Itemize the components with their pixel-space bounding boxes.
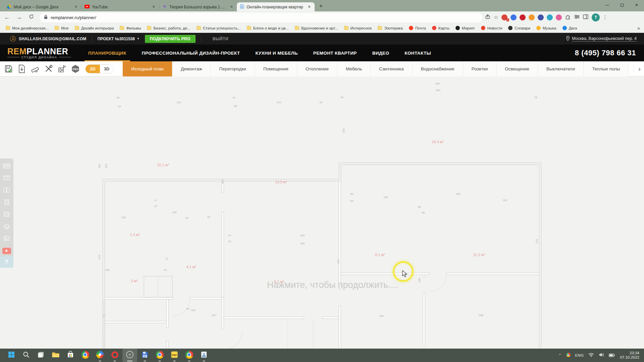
bookmark-item[interactable]: Почта <box>407 25 428 31</box>
area-ruler-button[interactable]: м² <box>30 64 40 74</box>
help-button[interactable]: ? <box>0 256 13 268</box>
stage-tab[interactable]: Сантехника <box>370 61 412 76</box>
language-indicator[interactable]: ENG <box>573 349 586 362</box>
tools-button[interactable] <box>44 64 54 74</box>
taskbar-start-icon[interactable] <box>4 349 19 362</box>
connect-pro-button[interactable]: ПОДКЛЮЧИТЬ PRO <box>145 35 196 43</box>
address-bar[interactable]: remplanner.ru/planner/ <box>40 13 482 22</box>
sidebar-tool-photo-view[interactable] <box>0 233 13 245</box>
browser-tab[interactable]: Теория Большого взрыва 1 сез✕ <box>159 2 237 11</box>
share-icon[interactable] <box>485 14 490 21</box>
extensions-puzzle-icon[interactable] <box>565 14 571 21</box>
stage-tab[interactable]: Помещения <box>255 61 297 76</box>
volume-icon[interactable] <box>596 349 606 362</box>
browser-tab[interactable]: Онлайн-планировщик квартир✕ <box>237 2 315 11</box>
remplanner-logo[interactable]: REMPLANNER СТУДИЯ ДИЗАЙНА <box>7 47 71 59</box>
stage-tab[interactable]: Теплые полы <box>583 61 629 76</box>
tab-close-icon[interactable]: ✕ <box>307 4 312 10</box>
sidebar-tool-equipment[interactable] <box>0 221 13 233</box>
bookmark-item[interactable]: Статьи успешность... <box>194 25 243 31</box>
bookmark-item[interactable]: Фильмы <box>117 25 143 31</box>
maximize-button[interactable] <box>614 0 629 10</box>
bookmark-star-icon[interactable]: ☆ <box>494 14 498 20</box>
office-address-link[interactable]: Москва, Варсонофьевский пер. 4 <box>572 36 637 42</box>
sidebar-tool-hatch-area[interactable] <box>0 209 13 221</box>
bookmark-item[interactable]: Интересное <box>342 25 374 31</box>
minimize-button[interactable]: — <box>600 0 614 10</box>
taskbar-store-icon[interactable] <box>63 349 78 362</box>
stage-tab[interactable]: Отопление <box>297 61 337 76</box>
nav-item[interactable]: РЕМОНТ КВАРТИР <box>306 45 365 61</box>
taskbar-search-icon[interactable] <box>19 349 34 362</box>
clock[interactable]: 23:34 07.10.2022 <box>617 351 644 360</box>
bookmark-item[interactable]: Маркет <box>453 25 477 31</box>
taskbar-snip-icon[interactable] <box>197 349 211 362</box>
back-button[interactable]: ← <box>2 12 12 22</box>
forward-button[interactable]: → <box>14 12 24 22</box>
taskbar-chrome-icon[interactable] <box>182 349 197 362</box>
sidebar-tool-doorway[interactable] <box>0 185 13 197</box>
bookmarks-overflow-icon[interactable]: » <box>633 25 644 31</box>
taskbar-pdf-icon[interactable]: PDF <box>167 349 182 362</box>
tab-close-icon[interactable]: ✕ <box>151 4 156 10</box>
logout-button[interactable]: ВЫЙТИ <box>213 37 228 41</box>
tab-close-icon[interactable]: ✕ <box>73 4 78 10</box>
browser-tab[interactable]: Мой диск – Google Диск✕ <box>3 2 81 11</box>
extension-pinterest[interactable] <box>520 14 526 20</box>
side-panel-icon[interactable] <box>583 14 588 20</box>
bookmark-item[interactable]: Мое <box>52 25 71 31</box>
extension-red-c[interactable]: 1 <box>501 14 507 20</box>
bookmark-item[interactable]: Дизайн интерьера <box>72 25 116 31</box>
stage-tab[interactable]: Демонтаж <box>172 61 210 76</box>
tray-app-icon[interactable] <box>564 349 573 362</box>
extension-indigo[interactable] <box>538 14 544 20</box>
battery-icon[interactable] <box>606 349 617 362</box>
video-tutorial-button[interactable] <box>0 245 13 256</box>
stage-tab[interactable]: Выключатели <box>538 61 583 76</box>
taskbar-recorder-icon[interactable] <box>122 349 137 362</box>
extension-blue[interactable] <box>511 14 517 20</box>
wifi-icon[interactable] <box>586 349 596 362</box>
extension-colorful[interactable] <box>556 14 562 20</box>
nav-item[interactable]: КУХНИ И МЕБЕЛЬ <box>248 45 305 61</box>
bookmark-item[interactable]: Блоги о моде и цв... <box>245 25 291 31</box>
profile-avatar[interactable]: Т <box>592 13 600 21</box>
bookmark-item[interactable]: Эзотерика <box>375 25 405 31</box>
bookmark-item[interactable]: Моя дизайнерская... <box>3 25 51 31</box>
wall-constructor-button[interactable] <box>57 64 67 74</box>
tray-chevron-icon[interactable]: ⌃ <box>556 349 564 362</box>
sidebar-tool-door[interactable] <box>0 197 13 209</box>
view-2d-button[interactable]: 2D <box>86 65 100 73</box>
phone-number[interactable]: 8 (495) 798 66 31 <box>575 49 636 57</box>
bookmark-item[interactable]: Словари <box>506 25 533 31</box>
nav-item[interactable]: ПРОФЕССИОНАЛЬНЫЙ ДИЗАЙН-ПРОЕКТ <box>134 45 248 61</box>
stage-tab[interactable]: Водоснабжение <box>412 61 463 76</box>
browser-menu-icon[interactable]: ⋮ <box>602 14 607 20</box>
tab-close-icon[interactable]: ✕ <box>229 4 234 10</box>
nav-item[interactable]: ВИДЕО <box>365 45 397 61</box>
taskbar-photos-icon[interactable] <box>93 349 107 362</box>
taskbar-chrome-icon[interactable] <box>152 349 167 362</box>
browser-tab[interactable]: YouTube✕ <box>81 2 159 11</box>
project-selector[interactable]: ПРОЕКТ №3011538▼ <box>97 37 139 41</box>
bookmark-item[interactable]: Карты <box>430 25 452 31</box>
close-button[interactable]: ✕ <box>629 0 644 10</box>
view-mode-toggle[interactable]: 2D 3D <box>85 64 114 73</box>
stage-tab[interactable]: Розетки <box>463 61 496 76</box>
tabs-scroll-next-icon[interactable]: › <box>633 64 641 73</box>
save-button[interactable] <box>3 64 13 74</box>
taskbar-floppyapp-icon[interactable] <box>138 349 152 362</box>
stage-tab[interactable]: Исходный план <box>122 61 172 76</box>
taskbar-explorer-icon[interactable] <box>48 349 63 362</box>
bookmark-item[interactable]: Новости <box>479 25 505 31</box>
export-button[interactable] <box>17 64 27 74</box>
reload-button[interactable] <box>26 12 36 22</box>
taskbar-opera-icon[interactable] <box>107 349 122 362</box>
nav-item[interactable]: КОНТАКТЫ <box>397 45 439 61</box>
stage-tab[interactable]: Освещение <box>496 61 538 76</box>
nav-item[interactable]: ПЛАНИРОВЩИК <box>80 45 134 61</box>
taskbar-taskview-icon[interactable] <box>34 349 48 362</box>
bookmark-item[interactable]: Музыка <box>534 25 559 31</box>
sidebar-tool-window[interactable] <box>0 173 13 185</box>
taskbar-chrome-icon[interactable] <box>78 349 93 362</box>
